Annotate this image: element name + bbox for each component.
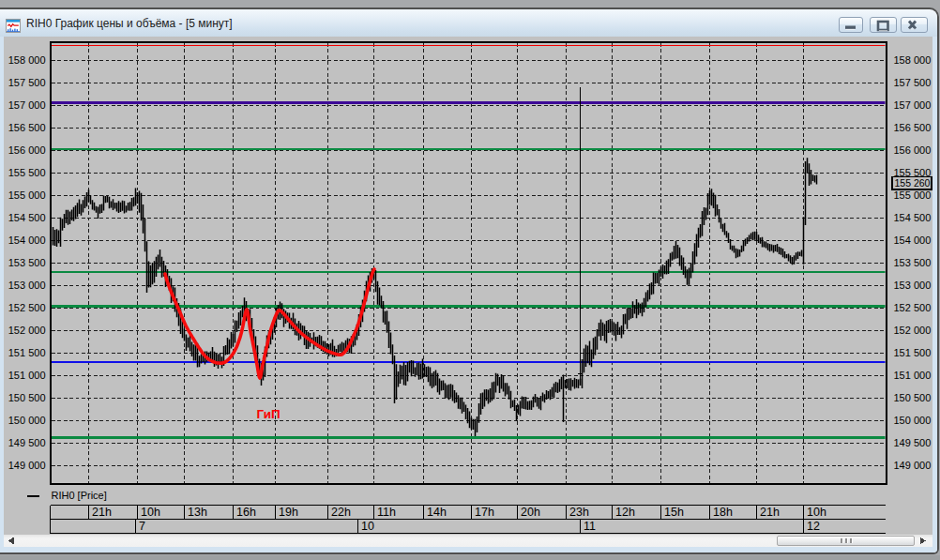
svg-text:ГиП: ГиП xyxy=(257,407,280,421)
